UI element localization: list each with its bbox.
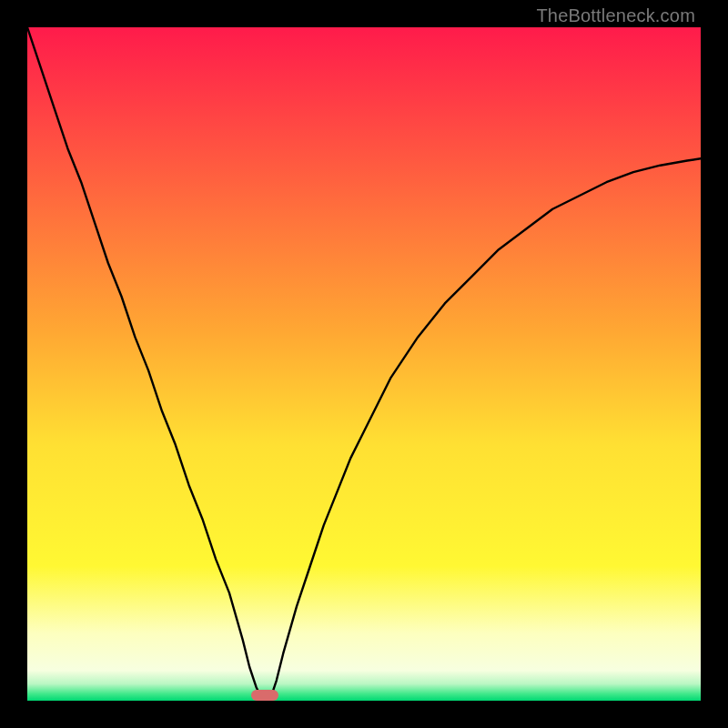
watermark-text: TheBottleneck.com [536,5,695,26]
optimal-point-marker [251,690,278,701]
bottleneck-curve [27,27,701,701]
chart-plot-area [27,27,701,701]
